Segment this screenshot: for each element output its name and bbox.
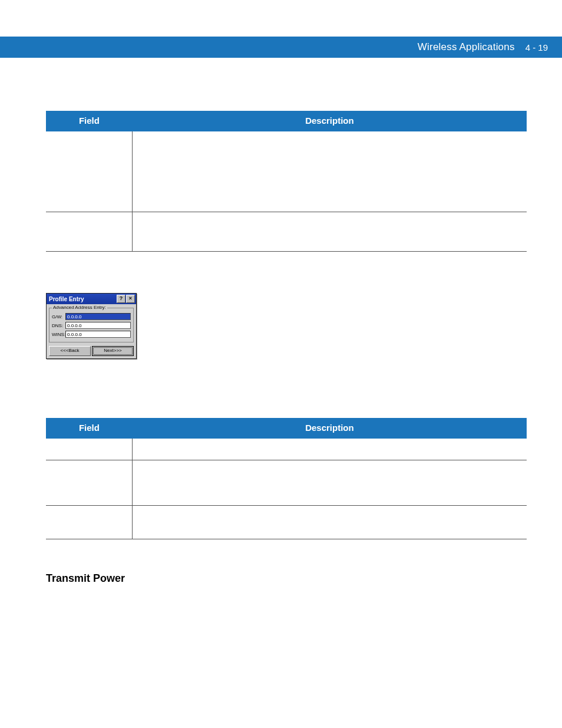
header-section-title: Wireless Applications [418, 41, 515, 53]
dns-row: DNS: [52, 322, 131, 329]
gateway-row: G/W: [52, 313, 131, 320]
wins-input[interactable] [65, 331, 131, 338]
table1-header-field: Field [46, 111, 133, 131]
window-title: Profile Entry [49, 296, 116, 302]
page-content: Field Description Profile Entry ? × [0, 111, 562, 625]
wins-label: WINS: [52, 332, 65, 337]
table-row [46, 438, 527, 460]
table2-row0-description [133, 438, 527, 460]
dns-label: DNS: [52, 323, 65, 328]
back-button[interactable]: <<<Back [49, 346, 91, 356]
button-row: <<<Back Next>>> [49, 346, 134, 356]
group-label: Advanced Address Entry: [52, 305, 107, 310]
table1-row0-description [133, 131, 527, 212]
embedded-screenshot: Profile Entry ? × Advanced Address Entry… [46, 293, 527, 359]
table-row [46, 131, 527, 212]
field-description-table-1: Field Description [46, 111, 527, 252]
dns-input[interactable] [65, 322, 131, 329]
profile-entry-window: Profile Entry ? × Advanced Address Entry… [46, 293, 137, 359]
help-icon[interactable]: ? [117, 295, 125, 303]
page-header: Wireless Applications 4 - 19 [0, 37, 562, 58]
table2-row1-field [46, 460, 133, 506]
table1-row1-field [46, 212, 133, 252]
table1-row0-field [46, 131, 133, 212]
table2-header-field: Field [46, 418, 133, 438]
table1-header-description: Description [133, 111, 527, 131]
table-row [46, 460, 527, 506]
advanced-address-group: Advanced Address Entry: G/W: DNS: WINS: [49, 308, 134, 342]
table1-row1-description [133, 212, 527, 252]
gateway-input[interactable] [65, 313, 131, 320]
field-description-table-2: Field Description [46, 418, 527, 539]
table-row [46, 212, 527, 252]
next-button[interactable]: Next>>> [92, 346, 134, 356]
header-page-number: 4 - 19 [525, 42, 548, 52]
table2-row0-field [46, 438, 133, 460]
table2-row2-field [46, 506, 133, 539]
table-row [46, 506, 527, 539]
table2-row2-description [133, 506, 527, 539]
window-titlebar: Profile Entry ? × [47, 294, 136, 304]
window-body: Advanced Address Entry: G/W: DNS: WINS: [47, 304, 136, 358]
close-icon[interactable]: × [126, 295, 135, 303]
table2-row1-description [133, 460, 527, 506]
transmit-power-heading: Transmit Power [46, 572, 527, 585]
wins-row: WINS: [52, 331, 131, 338]
table2-header-description: Description [133, 418, 527, 438]
gateway-label: G/W: [52, 314, 65, 319]
